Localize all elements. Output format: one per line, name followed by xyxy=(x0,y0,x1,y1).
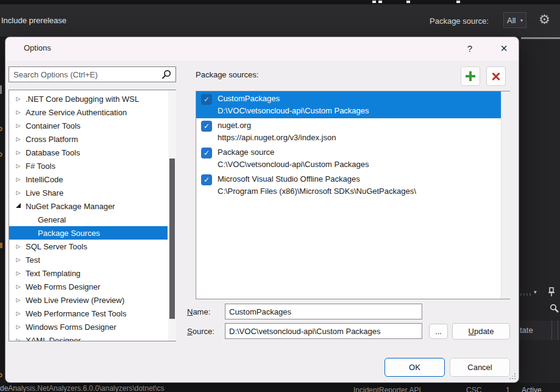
collapsed-arrow-icon[interactable]: ▷ xyxy=(15,270,22,276)
collapsed-arrow-icon[interactable]: ▷ xyxy=(15,123,22,129)
include-prerelease-label[interactable]: Include prerelease xyxy=(1,16,66,25)
panel-top-border xyxy=(521,37,560,39)
tree-scrollbar-thumb[interactable] xyxy=(169,159,175,319)
chevron-down-icon[interactable]: ▾ xyxy=(534,289,537,295)
error-row-project: IncidentReporter.API xyxy=(353,386,421,392)
tree-item-label: Web Forms Designer xyxy=(26,282,101,291)
error-row-tool: CSC xyxy=(466,386,481,392)
package-enabled-checkbox[interactable]: ✓ xyxy=(201,121,212,132)
collapsed-arrow-icon[interactable]: ▷ xyxy=(15,283,22,290)
tree-scrollbar[interactable] xyxy=(168,90,176,341)
error-row-state: Active xyxy=(522,386,542,392)
tree-item-azure-service-authentication[interactable]: ▷Azure Service Authentication xyxy=(9,105,168,119)
annotation-mark xyxy=(0,373,2,377)
collapsed-arrow-icon[interactable]: ▷ xyxy=(15,96,22,102)
tree-item-xaml-designer[interactable]: ▷XAML Designer xyxy=(9,333,168,341)
package-enabled-checkbox[interactable]: ✓ xyxy=(201,174,212,185)
tree-item-container-tools[interactable]: ▷Container Tools xyxy=(9,119,168,132)
tree-item-label: Cross Platform xyxy=(26,135,78,144)
tree-item-label: Web Performance Test Tools xyxy=(26,309,126,318)
search-options-box[interactable] xyxy=(9,66,176,82)
package-source-row[interactable]: ✓CustomPackagesD:\VOC\vetsoncloud-api\Cu… xyxy=(196,91,501,118)
package-sources-list: ✓CustomPackagesD:\VOC\vetsoncloud-api\Cu… xyxy=(196,91,510,299)
list-scrollbar[interactable] xyxy=(501,91,510,299)
collapsed-arrow-icon[interactable]: ▷ xyxy=(15,190,22,196)
add-source-button[interactable] xyxy=(461,66,480,86)
plus-icon xyxy=(466,71,475,81)
pin-icon[interactable] xyxy=(547,287,556,297)
tree-item-label: Database Tools xyxy=(26,148,80,157)
collapsed-arrow-icon[interactable]: ▷ xyxy=(15,163,22,169)
cancel-button[interactable]: Cancel xyxy=(450,358,510,377)
background-tool-window: ▾ tate xyxy=(519,37,560,392)
resize-grip[interactable] xyxy=(509,372,516,380)
tree-item-web-forms-designer[interactable]: ▷Web Forms Designer xyxy=(9,280,168,293)
tree-item-net-core-debugging-with-wsl[interactable]: ▷.NET Core Debugging with WSL xyxy=(9,92,168,105)
tree-item-web-live-preview-preview[interactable]: ▷Web Live Preview (Preview) xyxy=(9,293,168,307)
ok-button[interactable]: OK xyxy=(385,358,445,377)
chevron-down-icon: ▾ xyxy=(520,18,523,23)
error-row-path: deAnalysis.NetAnalyzers.6.0.0\analyzers\… xyxy=(0,384,164,392)
options-tree: ▷.NET Core Debugging with WSL▷Azure Serv… xyxy=(9,90,176,341)
package-name: CustomPackages xyxy=(218,94,280,103)
package-source-dropdown[interactable]: All ▾ xyxy=(503,12,526,28)
tree-item-text-templating[interactable]: ▷Text Templating xyxy=(9,266,168,280)
gear-icon[interactable]: ⚙ xyxy=(539,12,550,27)
tree-item-windows-forms-designer[interactable]: ▷Windows Forms Designer xyxy=(9,320,168,333)
background-toolbar: Include prerelease Package source: All ▾… xyxy=(0,0,560,37)
tree-item-label: Windows Forms Designer xyxy=(26,323,116,332)
tree-item-web-performance-test-tools[interactable]: ▷Web Performance Test Tools xyxy=(9,307,168,320)
collapsed-arrow-icon[interactable]: ▷ xyxy=(15,297,22,303)
column-header-state[interactable]: tate xyxy=(519,321,560,340)
collapsed-arrow-icon[interactable]: ▷ xyxy=(15,176,22,182)
close-button[interactable]: × xyxy=(491,38,517,58)
tree-item-label: Test xyxy=(26,255,40,265)
package-path: https://api.nuget.org/v3/index.json xyxy=(218,133,336,142)
tree-item-live-share[interactable]: ▷Live Share xyxy=(9,186,168,199)
tree-item-nuget-package-manager[interactable]: NuGet Package Manager xyxy=(9,199,168,213)
expanded-arrow-icon[interactable] xyxy=(15,203,22,209)
clipped-text-fragment xyxy=(456,1,460,3)
tree-item-sql-server-tools[interactable]: ▷SQL Server Tools xyxy=(9,240,168,253)
search-input[interactable] xyxy=(9,70,161,79)
tree-item-cross-platform[interactable]: ▷Cross Platform xyxy=(9,132,168,146)
package-source-label: Package source: xyxy=(430,16,489,26)
package-enabled-checkbox[interactable]: ✓ xyxy=(201,148,212,159)
collapsed-arrow-icon[interactable]: ▷ xyxy=(15,136,22,142)
name-label: Name: xyxy=(187,307,210,316)
tree-item-package-sources[interactable]: Package Sources xyxy=(9,226,168,240)
name-input[interactable] xyxy=(225,304,422,319)
tree-item-database-tools[interactable]: ▷Database Tools xyxy=(9,146,168,159)
collapsed-arrow-icon[interactable]: ▷ xyxy=(15,310,22,316)
remove-source-button[interactable] xyxy=(486,66,506,86)
collapsed-arrow-icon[interactable]: ▷ xyxy=(15,324,22,330)
clipped-text-fragment xyxy=(378,1,382,3)
collapsed-arrow-icon[interactable]: ▷ xyxy=(15,243,22,249)
collapsed-arrow-icon[interactable]: ▷ xyxy=(15,109,22,115)
package-path: C:\Program Files (x86)\Microsoft SDKs\Nu… xyxy=(218,187,416,196)
package-source-row[interactable]: ✓Package sourceC:\VOC\vetsoncloud-api\Cu… xyxy=(196,145,501,172)
browse-button[interactable]: ... xyxy=(429,324,448,339)
tree-item-test[interactable]: ▷Test xyxy=(9,253,168,266)
clipped-window-top xyxy=(0,0,560,4)
tree-item-general[interactable]: General xyxy=(9,213,168,226)
clipped-text-fragment xyxy=(372,1,376,3)
column-header-label: tate xyxy=(520,326,533,335)
search-icon xyxy=(161,69,171,79)
tree-item-label: XAML Designer xyxy=(26,336,81,342)
tree-item-label: IntelliCode xyxy=(26,175,63,184)
package-source-row[interactable]: ✓Microsoft Visual Studio Offline Package… xyxy=(196,172,501,199)
collapsed-arrow-icon[interactable]: ▷ xyxy=(15,257,22,263)
tree-item-label: Azure Service Authentication xyxy=(26,108,127,117)
tree-item-intellicode[interactable]: ▷IntelliCode xyxy=(9,173,168,186)
collapsed-arrow-icon[interactable]: ▷ xyxy=(15,149,22,155)
source-input[interactable] xyxy=(225,323,422,339)
search-icon[interactable] xyxy=(550,304,559,313)
tree-item-label: Container Tools xyxy=(26,121,80,130)
package-enabled-checkbox[interactable]: ✓ xyxy=(201,94,212,105)
update-button[interactable]: Update xyxy=(452,323,510,340)
collapsed-arrow-icon[interactable]: ▷ xyxy=(15,337,22,341)
tree-item-f-tools[interactable]: ▷F# Tools xyxy=(9,159,168,173)
help-button[interactable]: ? xyxy=(458,40,482,58)
package-source-row[interactable]: ✓nuget.orghttps://api.nuget.org/v3/index… xyxy=(196,118,501,145)
